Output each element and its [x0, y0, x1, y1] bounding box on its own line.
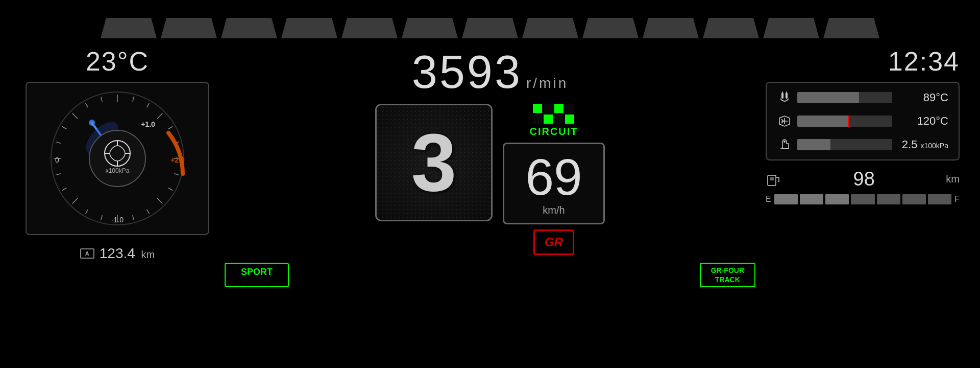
svg-line-20	[56, 142, 61, 144]
sport-mode-button[interactable]: SPORT	[225, 263, 289, 287]
fuel-label-f: F	[954, 195, 960, 204]
intake-icon	[777, 114, 792, 128]
circuit-sq-7	[554, 114, 564, 124]
svg-line-5	[168, 127, 173, 129]
fuel-seg-4	[851, 194, 874, 204]
right-panel: 12:34 89	[766, 46, 960, 204]
temp-value: 23	[86, 47, 117, 76]
fuel-seg-5	[877, 194, 900, 204]
coolant-temp-number: 89	[923, 91, 936, 104]
gauges-box: 89°C 120°C	[766, 82, 960, 160]
coolant-gauge-row: 89°C	[777, 90, 948, 105]
circuit-sq-1	[533, 104, 542, 113]
svg-point-28	[89, 130, 145, 187]
segment-9	[582, 18, 639, 38]
boost-gauge: x100kPa +1.0 0 +2.0 -1.0	[46, 87, 189, 230]
circuit-sq-5	[533, 114, 542, 124]
segment-1	[101, 18, 157, 38]
intake-gauge-row: 120°C	[777, 114, 948, 128]
svg-text:-1.0: -1.0	[111, 216, 124, 224]
svg-line-22	[72, 113, 78, 119]
svg-line-11	[147, 210, 150, 214]
gear-display: 3	[375, 104, 493, 221]
intake-temp-number: 120	[917, 114, 936, 127]
top-segments	[101, 18, 879, 38]
boost-gauge-svg: x100kPa +1.0 0 +2.0 -1.0	[46, 87, 189, 230]
content-area: 23°C	[0, 41, 980, 368]
segment-10	[643, 18, 699, 38]
trip-label-box: A	[80, 248, 94, 259]
fuel-icon-area	[766, 172, 782, 187]
gear-and-speed: 3 CIRCUIT	[375, 104, 605, 255]
svg-text:0: 0	[55, 156, 59, 164]
svg-line-9	[168, 188, 173, 191]
rpm-unit: r/min	[526, 75, 568, 91]
speed-unit: km/h	[543, 204, 565, 216]
svg-line-18	[56, 174, 61, 175]
circuit-sq-6	[544, 114, 553, 124]
fuel-range-value: 98	[787, 168, 941, 190]
segment-6	[402, 18, 458, 38]
coolant-icon	[777, 90, 792, 105]
svg-line-10	[157, 198, 163, 204]
svg-line-12	[133, 215, 134, 220]
clock-display: 12:34	[766, 46, 960, 77]
speed-value: 69	[525, 151, 582, 202]
svg-line-21	[62, 127, 67, 129]
oil-pressure-number: 2.5	[902, 138, 918, 151]
oil-bar	[797, 139, 892, 150]
fuel-seg-2	[800, 194, 823, 204]
svg-line-15	[86, 210, 88, 214]
svg-point-26	[89, 120, 95, 126]
boost-gauge-container: x100kPa +1.0 0 +2.0 -1.0	[26, 82, 209, 235]
segment-5	[341, 18, 398, 38]
fuel-label-e: E	[766, 195, 771, 204]
segment-4	[281, 18, 337, 38]
fuel-seg-1	[774, 194, 798, 204]
svg-point-41	[783, 141, 786, 143]
fuel-range-row: 98 km	[766, 168, 960, 190]
circuit-badge: CIRCUIT	[529, 104, 578, 137]
center-panel: 3593 r/min 3	[225, 46, 755, 287]
temp-unit: °C	[117, 47, 149, 76]
svg-line-24	[101, 97, 103, 102]
fuel-bar	[774, 194, 952, 204]
gear-number: 3	[411, 122, 457, 203]
fuel-range-number: 98	[853, 168, 875, 190]
svg-text:+2.0: +2.0	[170, 156, 185, 164]
speed-box: 69 km/h	[503, 143, 605, 224]
oil-icon	[777, 137, 792, 152]
intake-bar	[797, 116, 892, 127]
segment-12	[763, 18, 819, 38]
segment-7	[462, 18, 518, 38]
intake-unit: °C	[936, 114, 948, 127]
intake-svg	[777, 114, 792, 128]
top-bar	[0, 0, 980, 41]
fuel-seg-3	[825, 194, 849, 204]
svg-line-16	[72, 198, 78, 204]
coolant-unit: °C	[936, 91, 948, 104]
trip-distance-unit: km	[141, 249, 155, 260]
intake-value: 120°C	[897, 114, 948, 128]
drive-mode-buttons: SPORT GR-FOUR TRACK	[225, 263, 755, 287]
coolant-svg	[777, 90, 792, 105]
speed-panel: CIRCUIT 69 km/h GR	[503, 104, 605, 255]
fuel-range-unit: km	[946, 173, 960, 185]
circuit-sq-8	[565, 114, 574, 124]
trip-distance-value: 123.4	[100, 245, 135, 261]
trip-info: A 123.4 km	[80, 245, 155, 262]
rpm-value: 3593	[412, 46, 522, 99]
svg-line-2	[133, 97, 134, 102]
coolant-value: 89°C	[897, 91, 948, 104]
oil-unit: x100kPa	[921, 142, 948, 150]
circuit-sq-3	[554, 104, 564, 113]
segment-13	[823, 18, 879, 38]
coolant-bar	[797, 92, 892, 103]
fuel-section: 98 km E F	[766, 168, 960, 204]
fuel-bar-row: E F	[766, 194, 960, 204]
dashboard: 23°C	[0, 0, 980, 368]
circuit-icon	[533, 104, 574, 124]
oil-gauge-row: 2.5 x100kPa	[777, 137, 948, 152]
trip-distance: 123.4 km	[100, 245, 155, 262]
gr-four-track-button[interactable]: GR-FOUR TRACK	[700, 263, 755, 287]
